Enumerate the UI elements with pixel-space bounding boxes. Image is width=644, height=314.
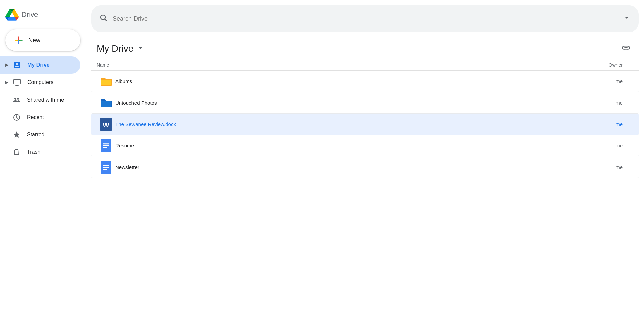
drive-title-wrap[interactable]: My Drive: [97, 43, 144, 54]
svg-rect-13: [103, 145, 109, 146]
svg-rect-18: [103, 169, 107, 170]
sidebar-item-starred-label: Starred: [27, 132, 44, 138]
sidebar: Drive New ▶ My Drive ▶: [0, 0, 86, 314]
clock-icon: [12, 113, 21, 121]
sidebar-item-computers[interactable]: ▶ Computers: [0, 74, 80, 91]
google-doc-icon: [97, 139, 115, 152]
new-button[interactable]: New: [5, 29, 80, 51]
svg-rect-6: [14, 79, 20, 84]
search-bar: [91, 5, 639, 32]
svg-rect-12: [103, 143, 109, 144]
star-icon: [12, 131, 21, 139]
drive-icon: [12, 61, 22, 69]
sidebar-item-trash[interactable]: Trash: [0, 143, 80, 161]
search-icon: [99, 14, 107, 24]
table-row[interactable]: Newsletter me: [91, 156, 639, 178]
app-title: Drive: [21, 10, 38, 19]
file-owner: me: [593, 100, 633, 106]
file-name: The Sewanee Review.docx: [115, 121, 593, 127]
computer-icon: [12, 78, 22, 86]
file-owner: me: [593, 143, 633, 148]
expand-arrow-computers-icon: ▶: [5, 80, 8, 85]
file-name: Albums: [115, 78, 593, 84]
main-content: My Drive Name Owner: [86, 0, 644, 314]
table-row[interactable]: Albums me: [91, 71, 639, 92]
table-row[interactable]: W The Sewanee Review.docx me: [91, 114, 639, 135]
plus-icon: [13, 35, 24, 46]
file-table: Name Owner Albums me Untouched Photo: [86, 60, 644, 314]
google-doc-icon: [97, 161, 115, 174]
drive-header: My Drive: [86, 32, 644, 60]
svg-rect-17: [103, 167, 109, 168]
search-input[interactable]: [113, 15, 617, 22]
file-owner: me: [593, 121, 633, 127]
sidebar-item-starred[interactable]: Starred: [0, 126, 80, 143]
file-name: Resume: [115, 143, 593, 148]
col-owner-header: Owner: [593, 62, 633, 68]
col-name-header: Name: [97, 62, 593, 68]
word-doc-icon: W: [97, 118, 115, 131]
svg-rect-16: [103, 165, 109, 166]
people-icon: [12, 96, 21, 104]
sidebar-item-shared[interactable]: Shared with me: [0, 91, 80, 109]
file-name: Newsletter: [115, 164, 593, 170]
expand-arrow-icon: ▶: [5, 63, 8, 67]
sidebar-item-recent[interactable]: Recent: [0, 109, 80, 126]
copy-link-icon[interactable]: [619, 40, 633, 57]
drive-title: My Drive: [97, 43, 133, 54]
drive-title-dropdown-icon[interactable]: [136, 44, 144, 54]
drive-logo-icon: [5, 8, 19, 21]
file-name: Untouched Photos: [115, 100, 593, 106]
sidebar-item-shared-label: Shared with me: [27, 97, 64, 103]
svg-text:W: W: [103, 121, 109, 128]
file-owner: me: [593, 78, 633, 84]
sidebar-item-my-drive[interactable]: ▶ My Drive: [0, 56, 80, 74]
table-row[interactable]: Resume me: [91, 135, 639, 156]
table-header: Name Owner: [91, 60, 639, 71]
logo-area: Drive: [0, 3, 86, 29]
trash-icon: [12, 148, 21, 156]
svg-rect-14: [103, 147, 107, 148]
table-row[interactable]: Untouched Photos me: [91, 92, 639, 114]
folder-blue-icon: [97, 98, 115, 108]
new-button-label: New: [28, 37, 40, 44]
sidebar-item-computers-label: Computers: [27, 79, 53, 85]
folder-yellow-icon: [97, 76, 115, 86]
search-dropdown-icon[interactable]: [623, 14, 631, 24]
file-owner: me: [593, 164, 633, 170]
sidebar-item-trash-label: Trash: [27, 149, 40, 155]
sidebar-item-recent-label: Recent: [27, 114, 44, 120]
sidebar-item-my-drive-label: My Drive: [27, 62, 50, 68]
